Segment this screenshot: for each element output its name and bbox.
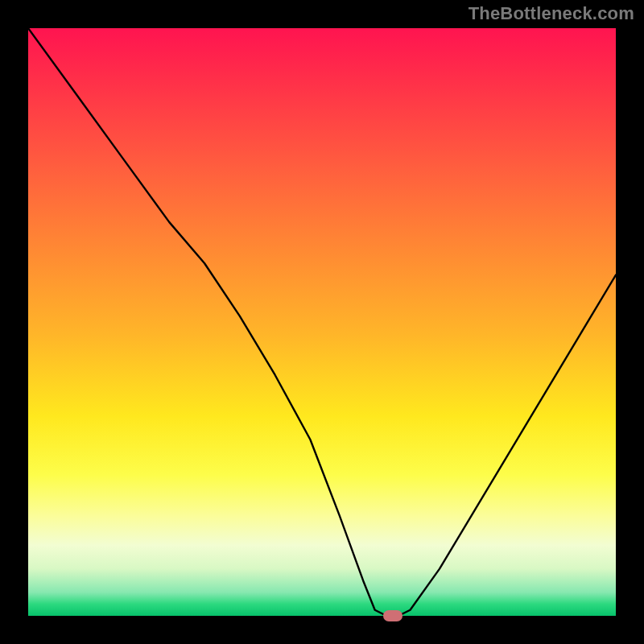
bottleneck-curve [28,28,616,616]
attribution-text: TheBottleneck.com [469,3,634,24]
chart-frame: TheBottleneck.com [0,0,644,644]
optimal-point-marker [383,610,402,621]
plot-area [28,28,616,616]
